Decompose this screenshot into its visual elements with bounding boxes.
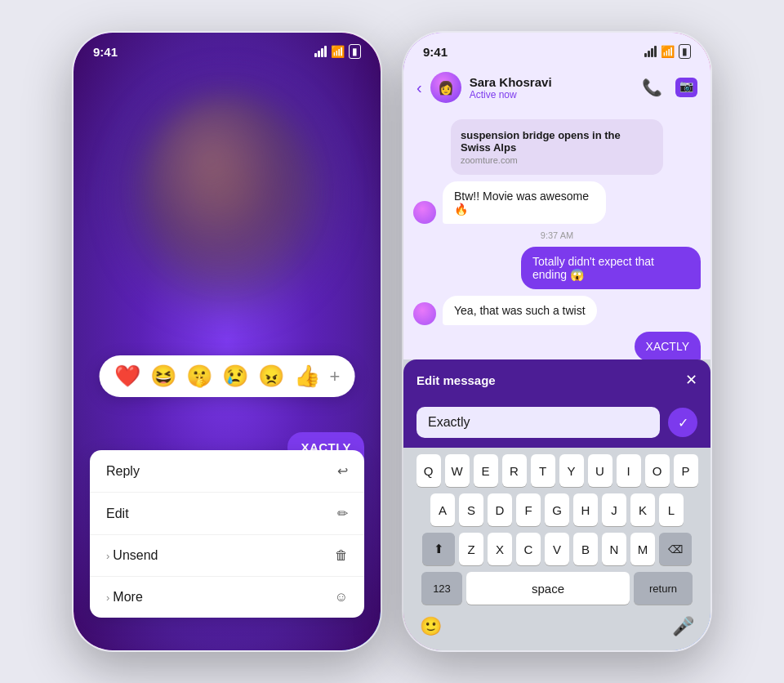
key-t[interactable]: T: [531, 454, 555, 487]
wifi-icon: 📶: [331, 45, 345, 58]
status-time-left: 9:41: [93, 45, 118, 59]
key-e[interactable]: E: [474, 454, 498, 487]
context-more-label: More: [113, 590, 142, 605]
key-m[interactable]: M: [630, 533, 655, 565]
key-k[interactable]: K: [630, 493, 655, 526]
key-j[interactable]: J: [602, 493, 626, 526]
reaction-cry[interactable]: 😢: [222, 364, 248, 389]
key-r[interactable]: R: [502, 454, 527, 487]
reaction-more[interactable]: +: [330, 366, 341, 387]
key-z[interactable]: Z: [459, 533, 483, 565]
msg-received-2: Yea, that was such a twist: [413, 296, 701, 325]
key-q[interactable]: Q: [416, 454, 441, 487]
context-edit[interactable]: Edit ✏: [90, 493, 364, 535]
bubble-received-2: Yea, that was such a twist: [443, 296, 597, 325]
status-bar-right: 9:41 📶 ▮: [403, 33, 710, 65]
context-unsend-label: Unsend: [113, 548, 158, 563]
phone-right: 9:41 📶 ▮ ‹: [402, 31, 712, 652]
video-call-icon[interactable]: 📷: [675, 78, 697, 97]
key-s[interactable]: S: [459, 493, 483, 526]
contact-info: Sara Khosravi Active now: [470, 75, 634, 100]
edit-close-button[interactable]: ✕: [685, 371, 697, 389]
key-shift[interactable]: ⬆: [422, 533, 455, 565]
key-h[interactable]: H: [573, 493, 598, 526]
signal-icon: [314, 46, 327, 57]
key-c[interactable]: C: [516, 533, 541, 565]
reaction-bar[interactable]: ❤️ 😆 🤫 😢 😠 👍 +: [100, 355, 355, 397]
key-123[interactable]: 123: [421, 572, 462, 605]
edit-input-row: ✓: [403, 400, 710, 448]
msg-avatar-sm-2: [413, 302, 436, 325]
context-unsend[interactable]: › Unsend 🗑: [90, 535, 364, 577]
edit-input-field[interactable]: [416, 407, 660, 438]
key-space[interactable]: space: [466, 572, 630, 605]
key-i[interactable]: I: [617, 454, 641, 487]
context-edit-label: Edit: [106, 507, 129, 521]
keyboard-panel: Edit message ✕ ✓ Q: [403, 359, 710, 650]
keyboard: Q W E R T Y U I O P A: [403, 448, 710, 613]
reaction-heart[interactable]: ❤️: [114, 364, 140, 389]
reaction-laugh[interactable]: 😆: [150, 364, 176, 389]
contact-name: Sara Khosravi: [470, 75, 634, 89]
context-reply-label: Reply: [106, 464, 140, 479]
battery-icon: ▮: [349, 44, 361, 59]
key-l[interactable]: L: [659, 493, 684, 526]
status-time-right: 9:41: [423, 45, 448, 59]
phone-left: 9:41 📶 ▮ ❤️ 😆: [72, 31, 382, 652]
wifi-icon-right: 📶: [661, 45, 675, 58]
battery-icon-right: ▮: [679, 44, 691, 59]
context-reply[interactable]: Reply ↩: [90, 450, 364, 493]
bubble-received-1: Btw!! Movie was awesome 🔥: [443, 181, 606, 224]
contact-status: Active now: [470, 89, 634, 100]
signal-icon-right: [644, 46, 657, 57]
bubble-sent-1: Totally didn't expect that ending 😱: [521, 247, 701, 289]
reaction-thumbsup[interactable]: 👍: [294, 364, 320, 389]
status-bar-left: 9:41 📶 ▮: [74, 33, 381, 65]
bubble-sent-xactly: XACTLY: [635, 332, 701, 361]
header-actions: 📞 📷: [642, 78, 697, 97]
status-icons-right: 📶 ▮: [644, 44, 691, 59]
key-row-bottom: 123 space return: [407, 572, 707, 605]
edit-submit-button[interactable]: ✓: [668, 408, 697, 437]
key-return[interactable]: return: [634, 572, 693, 605]
phone-call-icon[interactable]: 📞: [642, 78, 662, 97]
mic-button[interactable]: 🎤: [672, 616, 694, 637]
keyboard-bottom-bar: 🙂 🎤: [403, 613, 710, 650]
reaction-angry[interactable]: 😠: [258, 364, 284, 389]
checkmark-icon: ✓: [678, 415, 688, 431]
msg-time: 9:37 AM: [413, 230, 701, 240]
key-f[interactable]: F: [516, 493, 541, 526]
key-n[interactable]: N: [602, 533, 626, 565]
key-d[interactable]: D: [488, 493, 512, 526]
msg-received-1: Btw!! Movie was awesome 🔥: [413, 181, 701, 224]
key-o[interactable]: O: [645, 454, 670, 487]
chevron-unsend-icon: ›: [106, 550, 109, 562]
key-a[interactable]: A: [430, 493, 455, 526]
key-p[interactable]: P: [674, 454, 698, 487]
link-title: suspension bridge opens in the Swiss Alp…: [461, 129, 653, 154]
emoji-button[interactable]: 🙂: [420, 616, 442, 637]
key-backspace[interactable]: ⌫: [659, 533, 692, 565]
edit-message-title: Edit message: [416, 373, 496, 387]
link-url: zoomture.com: [461, 155, 653, 165]
reply-icon: ↩: [337, 463, 348, 479]
chevron-more-icon: ›: [106, 591, 109, 604]
trash-icon: 🗑: [335, 548, 348, 563]
msg-avatar-sm: [413, 201, 436, 224]
key-g[interactable]: G: [545, 493, 569, 526]
key-y[interactable]: Y: [559, 454, 584, 487]
key-u[interactable]: U: [588, 454, 612, 487]
context-more[interactable]: › More ☺: [90, 577, 364, 618]
edit-message-bar: Edit message ✕: [403, 359, 710, 400]
context-menu: Reply ↩ Edit ✏ › Unsend 🗑: [90, 450, 364, 618]
key-row-1: Q W E R T Y U I O P: [407, 454, 707, 487]
key-x[interactable]: X: [488, 533, 512, 565]
key-v[interactable]: V: [545, 533, 569, 565]
back-button[interactable]: ‹: [416, 78, 422, 97]
link-preview: suspension bridge opens in the Swiss Alp…: [451, 119, 663, 175]
key-row-2: A S D F G H J K L: [407, 493, 707, 526]
key-w[interactable]: W: [445, 454, 470, 487]
msg-sent-1: Totally didn't expect that ending 😱: [413, 247, 701, 289]
key-b[interactable]: B: [573, 533, 598, 565]
reaction-shush[interactable]: 🤫: [186, 364, 212, 389]
